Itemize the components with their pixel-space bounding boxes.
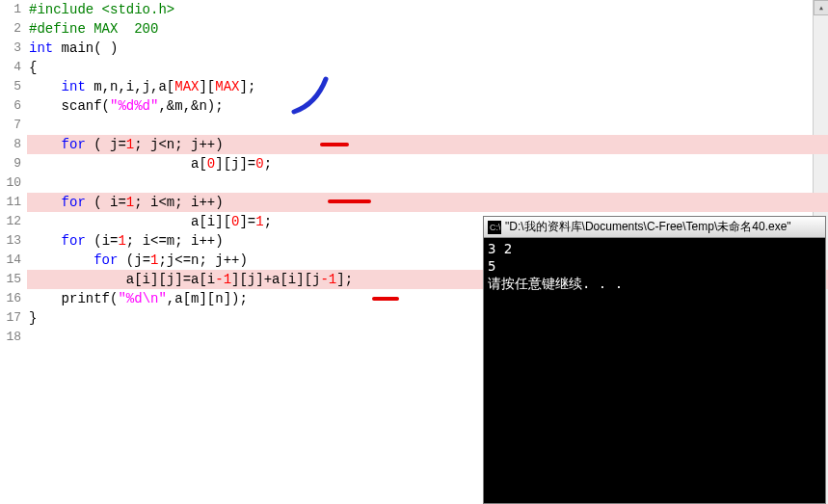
code-token: 1 [126,195,134,210]
code-token: ( i= [86,195,126,210]
code-token: ; j<n; j++) [134,137,223,152]
code-line[interactable]: 11 for ( i=1; i<m; i++) [0,193,828,212]
code-line[interactable]: 2#define MAX 200 [0,19,828,39]
console-titlebar[interactable]: C:\ "D:\我的资料库\Documents\C-Free\Temp\未命名4… [484,217,825,238]
line-number: 9 [0,154,27,173]
line-number: 1 [0,0,27,19]
code-token: ,&m,&n); [158,98,223,114]
code-token: m,n,i,j,a[ [86,79,174,94]
line-number: 18 [0,328,27,347]
code-token: ][j]+a[i][j [231,272,320,287]
code-content[interactable]: for ( j=1; j<n; j++) [27,135,828,154]
code-token: ]; [240,79,256,94]
line-number: 8 [0,135,27,154]
code-token: #include <stdio.h> [29,2,174,17]
code-token: ][ [199,79,215,94]
code-line[interactable]: 3int main( ) [0,39,828,58]
console-output: 3 2 5 请按任意键继续. . . [484,238,825,294]
code-token [29,252,93,268]
line-number: 11 [0,193,27,212]
code-token: { [29,60,37,75]
code-token: a[i][j]=a[i [29,272,215,287]
line-number: 2 [0,19,27,39]
code-token: #define MAX [29,21,134,37]
code-token: ; i<m; i++) [134,195,223,210]
line-number: 4 [0,58,27,77]
code-token: ; [264,156,272,172]
code-token: -1 [320,272,336,287]
code-token: } [29,310,37,326]
code-token: ]= [239,214,255,229]
code-line[interactable]: 9 a[0][j]=0; [0,154,828,173]
terminal-icon: C:\ [488,221,501,234]
code-token: 1 [255,214,263,229]
code-token: 1 [118,233,125,249]
code-token: -1 [215,272,231,287]
code-content[interactable]: int m,n,i,j,a[MAX][MAX]; [27,77,828,96]
code-content[interactable]: scanf("%d%d",&m,&n); [27,96,828,116]
code-line[interactable]: 7 [0,116,828,135]
code-token: ( j= [86,137,126,152]
line-number: 6 [0,96,27,116]
line-number: 7 [0,116,27,135]
code-line[interactable]: 8 for ( j=1; j<n; j++) [0,135,828,154]
code-token: ;j<=n; j++) [158,252,247,268]
code-token: (i= [86,233,119,249]
code-token: ,a[m][n]); [167,291,248,306]
code-content[interactable]: #define MAX 200 [27,19,828,39]
code-token: ][j]= [215,156,255,172]
line-number: 10 [0,173,27,193]
code-line[interactable]: 5 int m,n,i,j,a[MAX][MAX]; [0,77,828,96]
code-token: a[i][ [29,214,231,229]
console-title: "D:\我的资料库\Documents\C-Free\Temp\未命名40.ex… [505,219,821,235]
console-window[interactable]: C:\ "D:\我的资料库\Documents\C-Free\Temp\未命名4… [483,216,826,504]
code-token: 0 [207,156,215,172]
code-token: int [62,79,86,94]
code-line[interactable]: 1#include <stdio.h> [0,0,828,19]
code-token [29,137,62,152]
code-content[interactable]: for ( i=1; i<m; i++) [27,193,828,212]
line-number: 14 [0,251,27,270]
code-token: "%d%d" [110,98,158,114]
code-token: ; i<=m; i++) [126,233,224,249]
code-token: for [62,195,86,210]
code-token: scanf( [29,98,110,114]
code-token: 200 [134,21,158,37]
code-content[interactable]: { [27,58,828,77]
line-number: 3 [0,39,27,58]
code-line[interactable]: 6 scanf("%d%d",&m,&n); [0,96,828,116]
code-token [29,195,62,210]
code-token: for [62,137,86,152]
line-number: 15 [0,270,27,289]
code-token: MAX [174,79,199,94]
code-token: "%d\n" [118,291,166,306]
code-token: ; [264,214,272,229]
code-token: printf( [29,291,118,306]
code-token: for [62,233,86,249]
line-number: 12 [0,212,27,231]
code-content[interactable]: a[0][j]=0; [27,154,828,173]
code-line[interactable]: 10 [0,173,828,193]
code-token: main( ) [53,40,118,56]
code-token: (j= [118,252,150,268]
code-token: ]; [336,272,353,287]
code-token [29,233,62,249]
code-line[interactable]: 4{ [0,58,828,77]
line-number: 5 [0,77,27,96]
code-token [29,79,62,94]
code-token: int [29,40,53,56]
line-number: 16 [0,289,27,308]
code-token: 0 [255,156,263,172]
code-token: for [93,252,118,268]
line-number: 13 [0,231,27,251]
code-content[interactable]: int main( ) [27,39,828,58]
line-number: 17 [0,308,27,328]
code-token: MAX [215,79,239,94]
svg-text:C:\: C:\ [490,223,500,232]
code-token: a[ [29,156,207,172]
code-content[interactable]: #include <stdio.h> [27,0,828,19]
code-token: 1 [126,137,134,152]
